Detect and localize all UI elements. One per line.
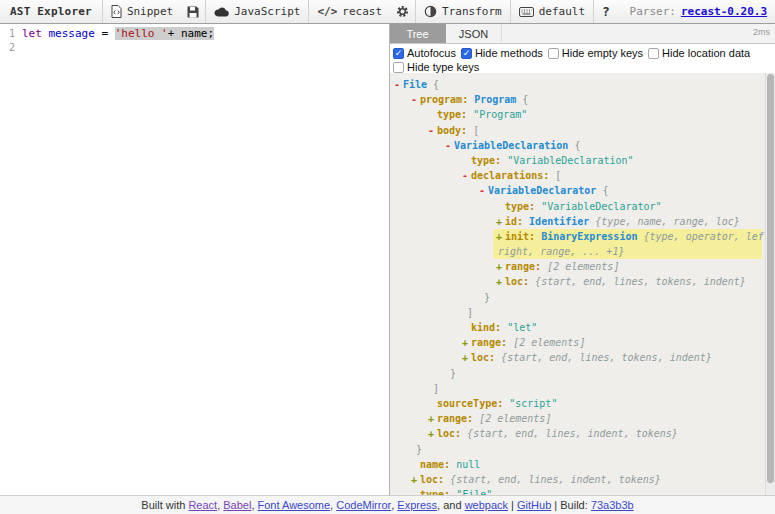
collapsed-preview: {type, name, range, loc} — [595, 216, 740, 227]
string-value: "let" — [507, 322, 537, 333]
footer-link[interactable]: Font Awesome — [258, 499, 331, 511]
tree-node-line[interactable]: sourceType: "script" — [390, 396, 775, 411]
save-icon — [187, 6, 199, 18]
tree-node-line[interactable]: } — [390, 442, 775, 457]
keybinding-selector[interactable]: default — [511, 0, 593, 23]
footer-text: | — [508, 499, 517, 511]
checkbox-checked-icon[interactable]: ✓ — [393, 48, 404, 59]
tree-node-line[interactable]: +loc: {start, end, lines, indent, tokens… — [390, 426, 775, 441]
footer-link[interactable]: CodeMirror — [336, 499, 391, 511]
open-bracket: { — [574, 140, 580, 151]
code-token: 'hello ' — [115, 27, 168, 40]
scrollbar-thumb[interactable] — [767, 74, 774, 483]
node-key: type: — [420, 489, 456, 495]
ast-explorer-app: AST Explorer Snippet JavaScript </> reca… — [0, 0, 775, 514]
footer-link[interactable]: Express — [397, 499, 437, 511]
tab-json[interactable]: JSON — [446, 24, 502, 43]
node-key: loc: — [471, 352, 501, 363]
tree-node-line[interactable]: -declarations: [ — [390, 168, 775, 183]
tree-node-line[interactable]: } — [390, 290, 775, 305]
output-tabs: TreeJSON 2ms — [390, 24, 775, 44]
tree-node-line[interactable]: +id: Identifier {type, name, range, loc} — [390, 214, 775, 229]
expand-toggle-icon[interactable]: + — [496, 259, 505, 274]
collapse-toggle-icon[interactable]: - — [479, 183, 488, 198]
line-number: 1 — [0, 27, 22, 41]
checkbox-checked-icon[interactable]: ✓ — [461, 48, 472, 59]
footer-link[interactable]: React — [188, 499, 217, 511]
tree-node-line[interactable]: +loc: {start, end, lines, indent, tokens… — [390, 472, 775, 487]
code-editor[interactable]: 1let message = 'hello '+ name;2 — [0, 24, 390, 495]
tree-node-line[interactable]: -body: [ — [390, 123, 775, 138]
tree-node-line[interactable]: -File { — [390, 77, 775, 92]
code-token: let — [22, 27, 42, 40]
footer-link[interactable]: GitHub — [517, 499, 551, 511]
main-split: 1let message = 'hello '+ name;2 TreeJSON… — [0, 24, 775, 495]
tab-tree[interactable]: Tree — [390, 24, 446, 43]
collapse-toggle-icon[interactable]: - — [445, 138, 454, 153]
tree-scrollbar[interactable] — [765, 73, 775, 495]
tree-node-line[interactable]: -VariableDeclarator { — [390, 183, 775, 198]
parser-version-link[interactable]: recast-0.20.3 — [681, 5, 767, 18]
node-type: Program — [474, 94, 522, 105]
expand-toggle-icon[interactable]: + — [496, 214, 505, 229]
footer-link[interactable]: Babel — [223, 499, 251, 511]
null-value: null — [456, 459, 480, 470]
open-bracket: { — [602, 185, 608, 196]
close-bracket: } — [484, 292, 490, 303]
tree-node-line[interactable]: type: "Program" — [390, 107, 775, 122]
expand-toggle-icon[interactable]: + — [496, 229, 505, 244]
tree-node-line[interactable]: +range: [2 elements] — [390, 335, 775, 350]
tree-node-line[interactable]: name: null — [390, 457, 775, 472]
tree-node-line[interactable]: -program: Program { — [390, 92, 775, 107]
tree-node-line[interactable]: +range: [2 elements] — [390, 259, 775, 274]
tree-node-line[interactable]: ] — [390, 305, 775, 320]
tree-node-line[interactable]: kind: "let" — [390, 320, 775, 335]
tree-node-line[interactable]: -VariableDeclaration { — [390, 138, 775, 153]
option-hide-type-keys[interactable]: Hide type keys — [393, 61, 479, 73]
option-hide-location-data[interactable]: Hide location data — [648, 47, 750, 59]
code-line: 1let message = 'hello '+ name; — [0, 27, 389, 41]
collapse-toggle-icon[interactable]: - — [411, 92, 420, 107]
parser-selector[interactable]: </> recast — [309, 0, 390, 23]
collapse-toggle-icon[interactable]: - — [394, 77, 403, 92]
tree-node-line[interactable]: +range: [2 elements] — [390, 411, 775, 426]
expand-toggle-icon[interactable]: + — [462, 350, 471, 365]
option-autofocus[interactable]: ✓Autofocus — [393, 47, 456, 59]
tree-node-line[interactable]: +loc: {start, end, lines, tokens, indent… — [390, 274, 775, 289]
checkbox-unchecked-icon[interactable] — [648, 48, 659, 59]
expand-toggle-icon[interactable]: + — [462, 335, 471, 350]
node-key: loc: — [420, 474, 450, 485]
expand-toggle-icon[interactable]: + — [428, 411, 437, 426]
expand-toggle-icon[interactable]: + — [496, 274, 505, 289]
collapse-toggle-icon[interactable]: - — [428, 123, 437, 138]
collapse-toggle-icon[interactable]: - — [462, 168, 471, 183]
code-token: message — [49, 27, 95, 40]
checkbox-unchecked-icon[interactable] — [548, 48, 559, 59]
highlighted-tree-node[interactable]: +init: BinaryExpression {type, operator,… — [493, 229, 762, 259]
expand-toggle-icon[interactable]: + — [411, 472, 420, 487]
option-label: Hide type keys — [407, 61, 479, 73]
tree-node-line[interactable]: +loc: {start, end, lines, tokens, indent… — [390, 350, 775, 365]
option-hide-empty-keys[interactable]: Hide empty keys — [548, 47, 643, 59]
help-button[interactable]: ? — [594, 0, 618, 23]
tree-node-line[interactable]: type: "File" — [390, 487, 775, 495]
language-selector[interactable]: JavaScript — [206, 0, 308, 23]
option-hide-methods[interactable]: ✓Hide methods — [461, 47, 543, 59]
transform-toggle[interactable]: Transform — [416, 0, 510, 23]
node-key: range: — [437, 413, 479, 424]
parser-label: recast — [342, 5, 382, 18]
save-button[interactable] — [181, 0, 205, 23]
parser-settings-button[interactable] — [390, 0, 415, 23]
collapsed-preview: {start, end, lines, indent, tokens} — [467, 428, 678, 439]
tree-node-line[interactable]: ] — [390, 381, 775, 396]
tree-node-line[interactable]: type: "VariableDeclaration" — [390, 153, 775, 168]
footer-link[interactable]: webpack — [465, 499, 508, 511]
expand-toggle-icon[interactable]: + — [428, 426, 437, 441]
footer-link[interactable]: 73a3b3b — [591, 499, 634, 511]
tree-node-line[interactable]: type: "VariableDeclarator" — [390, 199, 775, 214]
checkbox-unchecked-icon[interactable] — [393, 62, 404, 73]
snippet-button[interactable]: Snippet — [103, 0, 181, 23]
footer-text: Built with — [141, 499, 188, 511]
tree-node-line[interactable]: } — [390, 366, 775, 381]
node-key: init: — [505, 231, 541, 242]
